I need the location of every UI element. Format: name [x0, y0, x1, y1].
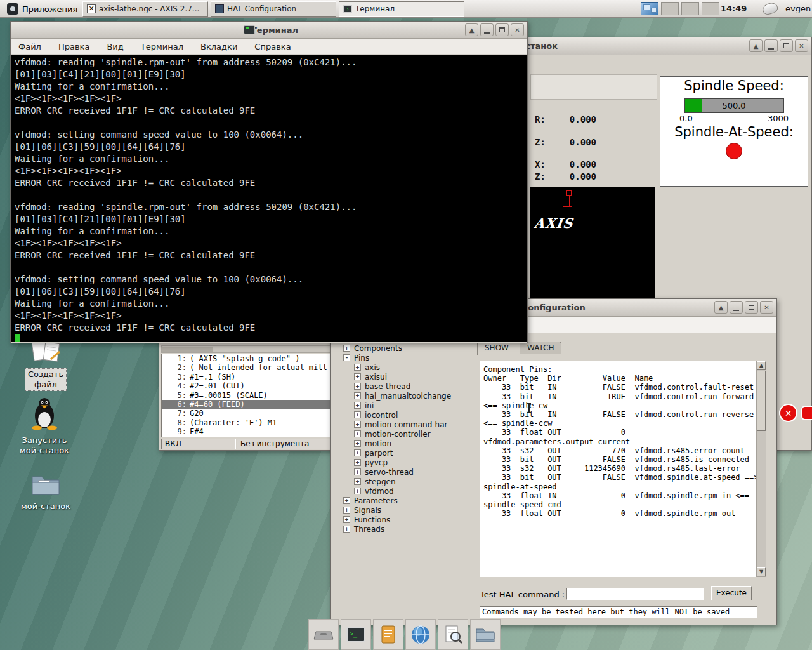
task-button-terminal[interactable]: › Терминал — [339, 1, 464, 17]
tree-expand-icon[interactable]: + — [354, 440, 361, 447]
tree-item-pyvcp[interactable]: +pyvcp — [331, 458, 471, 467]
tree-expand-icon[interactable]: + — [354, 411, 361, 418]
dock-item-terminal[interactable]: >_ — [341, 619, 371, 650]
workspace-3[interactable] — [681, 2, 699, 15]
execute-button[interactable]: Execute — [711, 586, 752, 600]
tab-watch[interactable]: WATCH — [520, 342, 562, 354]
tree-item-servo-thread[interactable]: +servo-thread — [331, 467, 471, 477]
minimize-button[interactable] — [480, 23, 494, 36]
hal-scrollbar[interactable]: ▲ ▼ — [756, 361, 766, 577]
menu-view[interactable]: Вид — [107, 42, 123, 51]
workspace-1[interactable] — [641, 2, 658, 15]
minimize-button[interactable] — [764, 39, 778, 52]
close-button[interactable]: ✕ — [760, 301, 773, 314]
tree-item-motion-command-handler[interactable]: +motion-command-har — [331, 420, 471, 429]
tree-expand-icon[interactable]: + — [343, 497, 350, 504]
tree-expand-icon[interactable]: + — [354, 373, 361, 380]
tree-item-components[interactable]: +Components — [331, 343, 471, 353]
dock-item-drawer[interactable] — [308, 619, 339, 650]
tree-expand-icon[interactable]: + — [354, 449, 361, 456]
gcode-line[interactable]: 4:#2=.01 (CUT) — [162, 381, 331, 390]
terminal-screen[interactable]: vfdmod: reading 'spindle.rpm-out' from a… — [11, 55, 527, 342]
dock-item-text-editor[interactable] — [373, 619, 403, 650]
menu-tabs[interactable]: Вкладки — [200, 42, 237, 51]
gcode-line[interactable]: 1:( AXIS "splash g-code" ) — [162, 354, 331, 363]
tree-item-threads[interactable]: +Threads — [331, 524, 471, 534]
tree-item-parameters[interactable]: +Parameters — [331, 496, 471, 505]
tree-expand-icon[interactable]: + — [343, 526, 350, 533]
gcode-line[interactable]: 5:#3=.00015 (SCALE) — [162, 391, 331, 400]
tree-item-base-thread[interactable]: +base-thread — [331, 381, 471, 391]
workspace-4[interactable] — [702, 2, 719, 15]
gcode-line-active[interactable]: 6:#4=60 (FEED) — [162, 400, 331, 409]
gcode-line[interactable]: 7:G20 — [162, 409, 331, 418]
applications-menu[interactable]: Приложения — [3, 1, 82, 17]
menu-file[interactable]: Файл — [18, 42, 41, 51]
error-alert-icon-partial[interactable] — [801, 406, 812, 420]
tree-item-hal-manualtoolchange[interactable]: +hal_manualtoolchange — [331, 391, 471, 401]
tree-expand-icon[interactable]: + — [354, 430, 361, 437]
scrollbar-thumb[interactable] — [162, 347, 213, 352]
menu-edit[interactable]: Правка — [58, 42, 89, 51]
tree-expand-icon[interactable]: + — [354, 468, 361, 475]
menu-help[interactable]: Справка — [254, 42, 291, 51]
dock-item-file-manager[interactable] — [470, 619, 501, 650]
gcode-line[interactable]: 8:(Character: 'E') M1 — [162, 418, 331, 427]
desktop-icon-machine-folder[interactable]: мой-станок — [14, 471, 77, 512]
shade-button[interactable]: ▲ — [465, 23, 478, 36]
tree-item-axisui[interactable]: +axisui — [331, 372, 471, 381]
tree-expand-icon[interactable]: + — [354, 488, 361, 494]
user-menu[interactable]: evgen — [785, 0, 811, 18]
maximize-button[interactable] — [745, 301, 758, 314]
error-alert-icon[interactable]: ✕ — [779, 404, 797, 422]
tree-expand-icon[interactable]: + — [354, 392, 361, 399]
shade-button[interactable]: ▲ — [749, 39, 763, 52]
desktop-icon-create-file[interactable]: Создать файл — [14, 340, 77, 391]
gcode-line[interactable]: 3:#1=.1 (SH) — [162, 373, 331, 381]
tree-item-stepgen[interactable]: +stepgen — [331, 477, 471, 486]
scrollbar-thumb[interactable] — [757, 371, 766, 431]
tree-item-axis[interactable]: +axis — [331, 362, 471, 372]
test-hal-command-input[interactable] — [566, 588, 704, 600]
desktop-icon-run-machine[interactable]: Запустить мой-станок — [13, 396, 76, 456]
axis-preview-area[interactable]: AXIS — [530, 187, 655, 300]
clock[interactable]: 14:49 — [721, 0, 747, 18]
dock-item-web-browser[interactable] — [405, 619, 436, 650]
tree-item-pins[interactable]: -Pins — [331, 353, 471, 362]
close-button[interactable]: ✕ — [511, 23, 524, 36]
maximize-button[interactable] — [495, 23, 509, 36]
tree-expand-icon[interactable]: + — [354, 364, 361, 371]
dock-item-search[interactable] — [438, 619, 468, 650]
gcode-line[interactable]: 2:( Not intended for actual mill — [162, 363, 331, 372]
terminal-titlebar[interactable]: Терминал ▲ ✕ — [11, 22, 527, 39]
tree-expand-icon[interactable]: + — [343, 507, 350, 514]
tree-expand-icon[interactable]: + — [354, 459, 361, 466]
tree-expand-icon[interactable]: + — [343, 345, 350, 352]
tree-expand-icon[interactable]: + — [354, 478, 361, 485]
tree-expand-icon[interactable]: + — [354, 402, 361, 409]
close-button[interactable]: ✕ — [795, 39, 808, 52]
shade-button[interactable]: ▲ — [714, 301, 728, 314]
maximize-button[interactable] — [780, 39, 793, 52]
scroll-up-icon[interactable]: ▲ — [757, 361, 766, 370]
tree-item-functions[interactable]: +Functions — [331, 515, 471, 524]
task-button-axis[interactable]: ✕ axis-lathe.ngc - AXIS 2.7... — [82, 1, 208, 17]
tree-item-iocontrol[interactable]: +iocontrol — [331, 410, 471, 420]
tree-item-vfdmod[interactable]: +vfdmod — [331, 486, 471, 496]
tree-expand-icon[interactable]: + — [354, 421, 361, 428]
minimize-button[interactable] — [730, 301, 743, 314]
gcode-line[interactable]: 9:F#4 — [162, 427, 331, 436]
tree-item-ini[interactable]: +ini — [331, 401, 471, 410]
mouse-tray-icon[interactable] — [761, 1, 779, 17]
tree-item-signals[interactable]: +Signals — [331, 505, 471, 515]
tab-show[interactable]: SHOW — [477, 342, 516, 355]
tree-expand-icon[interactable]: + — [354, 383, 361, 390]
tree-collapse-icon[interactable]: - — [343, 354, 350, 361]
tree-item-motion[interactable]: +motion — [331, 439, 471, 448]
task-button-hal[interactable]: HAL Configuration — [211, 1, 336, 17]
scroll-down-icon[interactable]: ▼ — [757, 567, 766, 576]
workspace-2[interactable] — [661, 2, 679, 15]
menu-terminal[interactable]: Терминал — [141, 42, 183, 51]
gcode-scrollbar[interactable] — [161, 345, 331, 353]
tree-item-parport[interactable]: +parport — [331, 448, 471, 458]
